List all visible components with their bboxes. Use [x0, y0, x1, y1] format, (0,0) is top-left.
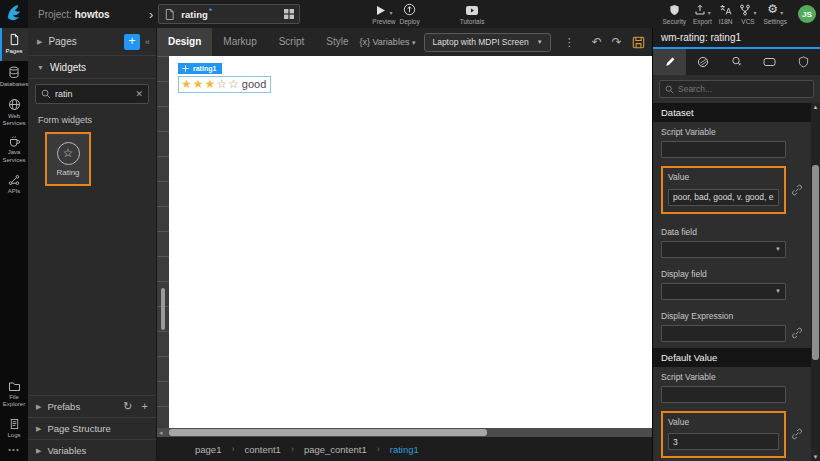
properties-search-box — [659, 80, 814, 98]
page-structure-section-header[interactable]: ▶ Page Structure — [28, 417, 156, 439]
grid-view-icon[interactable] — [284, 9, 294, 19]
chevron-down-icon: ▾ — [753, 9, 756, 16]
star-icon[interactable]: ★ — [181, 78, 192, 90]
star-icon[interactable]: ★ — [193, 78, 204, 90]
rail-item-databases[interactable]: Databases — [0, 61, 28, 94]
tutorials-button[interactable]: Tutorials — [460, 4, 485, 25]
tab-styles[interactable] — [686, 49, 719, 75]
rail-overflow-menu[interactable]: ••• — [0, 445, 28, 461]
display-expression-input[interactable] — [661, 325, 786, 342]
breadcrumb-content1[interactable]: content1 — [244, 444, 280, 455]
export-button[interactable]: ▾ Export — [693, 4, 712, 25]
globe-icon — [8, 98, 21, 111]
canvas-ruler — [157, 56, 169, 428]
rail-item-pages[interactable]: Pages — [0, 28, 28, 61]
rail-item-logs[interactable]: Logs — [0, 412, 28, 445]
variables-section-header[interactable]: ▶ Variables — [28, 439, 156, 461]
rating-widget-tile[interactable]: ☆ Rating — [45, 132, 91, 186]
prefabs-section-header[interactable]: ▶ Prefabs ↻ + — [28, 395, 156, 417]
collapse-left-panel-button[interactable]: « — [145, 37, 150, 47]
save-button[interactable] — [632, 36, 645, 49]
tab-markup[interactable]: Markup — [212, 28, 267, 56]
data-field-select[interactable]: ▼ — [661, 241, 786, 258]
tab-properties[interactable] — [653, 49, 686, 75]
unsaved-marker: * — [209, 6, 213, 16]
field-script-variable-default: Script Variable — [653, 367, 811, 409]
star-icon[interactable]: ☆ — [216, 78, 227, 90]
scroll-up-arrow-icon[interactable]: ▲ — [813, 103, 819, 111]
scroll-down-arrow-icon[interactable]: ▼ — [813, 453, 819, 461]
rail-item-java-services[interactable]: Java Services — [0, 131, 28, 167]
properties-panel-tabs — [653, 49, 820, 75]
i18n-button[interactable]: I18N — [719, 4, 733, 25]
tab-inspect[interactable] — [720, 49, 753, 75]
deploy-button[interactable]: Deploy — [399, 4, 419, 25]
default-value-input[interactable] — [668, 433, 779, 450]
clear-search-icon[interactable]: ✕ — [135, 89, 143, 99]
rail-item-apis[interactable]: APIs — [0, 168, 28, 201]
rating-widget-body[interactable]: ★★★☆☆ good — [178, 76, 271, 93]
coffee-cup-icon — [8, 135, 21, 147]
shield-icon — [669, 4, 680, 16]
breadcrumb-page1[interactable]: page1 — [195, 444, 221, 455]
canvas-wrap: rating1 ★★★☆☆ good ◂ — [157, 56, 652, 437]
widget-search-box: ✕ — [35, 84, 149, 104]
main-area: Pages Databases Web Services Java Servic… — [0, 28, 820, 461]
rail-item-file-explorer[interactable]: File Explorer — [0, 377, 28, 412]
dataset-value-input[interactable] — [668, 189, 779, 206]
breadcrumb-rating1[interactable]: rating1 — [390, 444, 419, 455]
properties-scrollbar-thumb[interactable] — [812, 165, 819, 360]
breadcrumb-separator: › — [377, 444, 380, 454]
file-tab-rating[interactable]: rating* — [158, 4, 300, 24]
more-options-icon[interactable]: ⋮ — [564, 36, 575, 49]
bind-link-icon[interactable] — [791, 428, 803, 440]
rail-item-web-services[interactable]: Web Services — [0, 94, 28, 131]
security-button[interactable]: Security — [662, 4, 685, 25]
caret-down-icon: ▼ — [37, 64, 44, 71]
properties-search-input[interactable] — [678, 84, 808, 94]
bind-link-icon[interactable] — [791, 184, 803, 196]
display-field-select[interactable]: ▼ — [661, 283, 786, 300]
star-icon[interactable]: ☆ — [228, 78, 239, 90]
chevron-down-icon: ▾ — [412, 39, 416, 46]
device-icon — [763, 57, 776, 67]
script-variable-input[interactable] — [661, 141, 786, 158]
user-avatar[interactable]: JS — [798, 5, 816, 23]
variables-dropdown[interactable]: {x} Variables ▾ — [360, 37, 416, 47]
bind-link-icon[interactable] — [791, 327, 803, 339]
widget-search-input[interactable] — [55, 89, 131, 99]
undo-button[interactable]: ↶ — [592, 36, 602, 48]
wavemaker-logo[interactable] — [0, 0, 28, 28]
pages-section-header[interactable]: ▶ Pages + « — [28, 28, 156, 56]
add-prefab-icon[interactable]: + — [142, 400, 148, 413]
caret-right-icon: ▶ — [36, 425, 41, 433]
widgets-section-header[interactable]: ▼ Widgets — [28, 56, 156, 79]
device-selector[interactable]: Laptop with MDPI Screen▼ — [424, 33, 550, 52]
canvas-toolbar: Design Markup Script Style {x} Variables… — [157, 28, 652, 56]
design-canvas[interactable]: rating1 ★★★☆☆ good — [169, 56, 652, 428]
caret-right-icon: ▶ — [36, 403, 41, 411]
properties-scrollbar[interactable]: ▲ ▼ — [811, 103, 820, 461]
canvas-horizontal-scrollbar[interactable]: ◂ — [157, 428, 652, 437]
canvas-vertical-scrollbar-thumb[interactable] — [161, 288, 165, 330]
tab-design[interactable]: Design — [157, 28, 212, 56]
preview-button[interactable]: ▾ Preview — [372, 4, 395, 25]
scroll-left-arrow-icon[interactable]: ◂ — [159, 428, 163, 437]
breadcrumb-page-content1[interactable]: page_content1 — [304, 444, 367, 455]
redo-button[interactable]: ↷ — [612, 36, 622, 48]
settings-button[interactable]: ⚙▾ Settings — [764, 4, 788, 25]
refresh-icon[interactable]: ↻ — [123, 400, 132, 413]
vcs-button[interactable]: ▾ VCS — [739, 4, 756, 25]
default-script-variable-input[interactable] — [661, 386, 786, 403]
add-page-button[interactable]: + — [124, 34, 140, 50]
widget-selection-label[interactable]: rating1 — [178, 63, 222, 74]
rating-widget-instance[interactable]: rating1 ★★★☆☆ good — [178, 58, 271, 93]
chevron-down-icon: ▾ — [780, 9, 783, 16]
canvas-horizontal-scrollbar-thumb[interactable] — [169, 429, 487, 436]
tab-script[interactable]: Script — [268, 28, 316, 56]
tab-security[interactable] — [787, 49, 820, 75]
tab-style[interactable]: Style — [315, 28, 359, 56]
tab-device[interactable] — [753, 49, 786, 75]
star-icon[interactable]: ★ — [205, 78, 216, 90]
chevron-down-icon: ▾ — [389, 9, 392, 16]
